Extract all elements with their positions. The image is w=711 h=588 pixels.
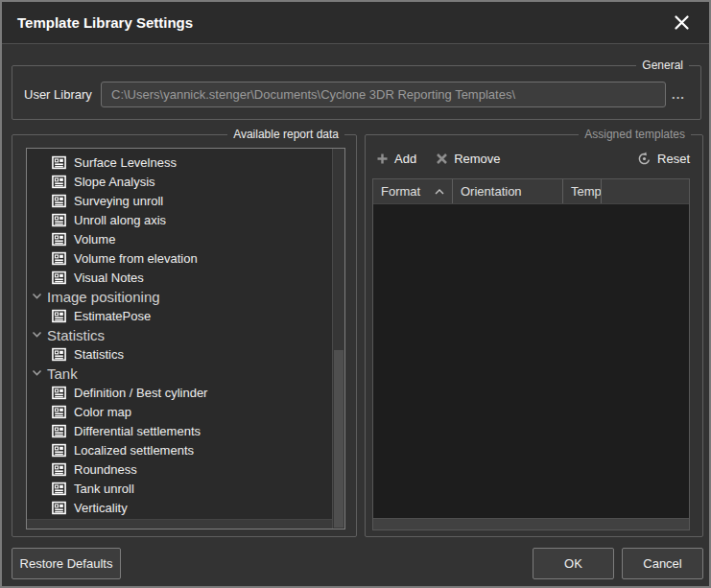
tree-label: Definition / Best cylinder — [74, 386, 207, 400]
assigned-templates-table: Format Orientation Temp — [372, 178, 690, 530]
chevron-down-icon — [32, 293, 42, 300]
report-tree: Surface LevelnessSlope AnalysisSurveying… — [27, 149, 332, 519]
plus-icon — [376, 153, 389, 165]
column-header-template[interactable]: Temp — [563, 179, 602, 203]
report-icon — [52, 424, 66, 438]
reset-button[interactable]: Reset — [637, 152, 690, 166]
assigned-templates-legend: Assigned templates — [579, 128, 691, 142]
x-icon — [436, 153, 448, 165]
tree-label: Unroll along axis — [74, 213, 166, 227]
add-button-label: Add — [394, 152, 416, 166]
tree-item[interactable]: Surface Levelness — [27, 153, 332, 172]
general-group: General User Library C:\Users\yannick.st… — [12, 65, 701, 120]
tree-item[interactable]: Volume from elevation — [27, 248, 332, 268]
templates-table-header: Format Orientation Temp — [373, 179, 689, 204]
tree-label: Roundness — [74, 462, 137, 477]
chevron-down-icon — [32, 369, 42, 377]
tree-item[interactable]: Statistics — [27, 344, 332, 364]
report-icon — [52, 386, 66, 400]
assigned-templates-group: Assigned templates Add Remove — [365, 134, 703, 537]
tree-item[interactable]: Slope Analysis — [27, 172, 332, 191]
tree-label: Differential settlements — [74, 424, 201, 438]
user-library-row: User Library C:\Users\yannick.stenger\Do… — [12, 66, 700, 119]
tree-label: Volume — [74, 232, 115, 247]
tree-label: Statistics — [74, 347, 124, 362]
tree-item[interactable]: EstimatePose — [27, 306, 332, 325]
tree-label: Tank unroll — [74, 482, 134, 496]
remove-button-label: Remove — [454, 152, 500, 166]
tree-category[interactable]: Tank — [27, 364, 332, 383]
restore-defaults-button[interactable]: Restore Defaults — [12, 548, 121, 579]
report-icon — [52, 270, 66, 285]
title-bar: Template Library Settings — [2, 2, 709, 44]
sort-ascending-icon — [435, 189, 444, 195]
tree-category[interactable]: Statistics — [27, 325, 332, 344]
tree-label: Tank — [47, 365, 78, 382]
report-icon — [52, 443, 66, 458]
column-header-filler — [602, 179, 689, 203]
tree-label: Slope Analysis — [74, 175, 155, 189]
cancel-button[interactable]: Cancel — [622, 548, 703, 579]
tree-item[interactable]: Surveying unroll — [27, 191, 332, 210]
template-library-settings-dialog: Template Library Settings General User L… — [0, 0, 711, 588]
tree-label: Statistics — [47, 327, 105, 343]
user-library-path-input[interactable]: C:\Users\yannick.stenger\Documents\Cyclo… — [101, 82, 666, 107]
tree-label: Localized settlements — [74, 443, 194, 458]
assigned-templates-toolbar: Add Remove Reset — [376, 148, 690, 169]
tree-item[interactable]: Visual Notes — [27, 268, 332, 287]
templates-table-body[interactable] — [373, 204, 689, 518]
table-horizontal-scrollbar[interactable] — [373, 518, 689, 529]
tree-label: Verticality — [74, 501, 128, 515]
report-icon — [52, 462, 66, 477]
report-icon — [52, 482, 66, 496]
report-data-listbox: Surface LevelnessSlope AnalysisSurveying… — [26, 148, 345, 529]
available-report-data-group: Available report data Surface LevelnessS… — [12, 134, 357, 537]
add-button[interactable]: Add — [376, 152, 416, 166]
tree-item[interactable]: Color map — [27, 402, 332, 421]
tree-item[interactable]: Tank unroll — [27, 479, 332, 498]
tree-scrollbar-thumb[interactable] — [334, 350, 344, 528]
remove-button[interactable]: Remove — [436, 152, 500, 166]
ok-button[interactable]: OK — [533, 548, 614, 579]
tree-item[interactable]: Verticality — [27, 498, 332, 517]
tree-item[interactable]: Unroll along axis — [27, 210, 332, 229]
tree-item[interactable]: Roundness — [27, 459, 332, 479]
tree-category[interactable]: Image positioning — [27, 287, 332, 306]
tree-item[interactable]: Localized settlements — [27, 440, 332, 459]
reset-button-label: Reset — [657, 152, 690, 166]
tree-item[interactable]: Differential settlements — [27, 421, 332, 440]
column-header-format[interactable]: Format — [373, 179, 453, 203]
dialog-title: Template Library Settings — [17, 14, 193, 31]
general-group-legend: General — [636, 59, 689, 73]
chevron-down-icon — [32, 331, 42, 339]
report-icon — [52, 309, 66, 323]
user-library-label: User Library — [24, 87, 101, 102]
tree-label: EstimatePose — [74, 309, 151, 323]
tree-label: Image positioning — [47, 289, 160, 305]
report-icon — [52, 213, 66, 227]
reset-arrow-icon — [637, 152, 652, 166]
report-icon — [52, 194, 66, 208]
report-icon — [52, 405, 66, 419]
report-icon — [52, 175, 66, 189]
tree-item[interactable]: Definition / Best cylinder — [27, 383, 332, 402]
report-icon — [52, 232, 66, 247]
report-icon — [52, 501, 66, 515]
report-icon — [52, 251, 66, 266]
report-icon — [52, 347, 66, 362]
browse-button[interactable]: ... — [666, 87, 691, 102]
tree-label: Visual Notes — [74, 270, 144, 285]
column-header-orientation[interactable]: Orientation — [453, 179, 563, 203]
tree-label: Volume from elevation — [74, 251, 198, 266]
available-report-data-legend: Available report data — [227, 128, 344, 142]
tree-vertical-scrollbar[interactable] — [332, 149, 344, 529]
tree-horizontal-scrollbar[interactable] — [27, 519, 332, 529]
tree-label: Surveying unroll — [74, 194, 163, 208]
tree-item[interactable]: Volume — [27, 229, 332, 248]
tree-label: Surface Levelness — [74, 155, 177, 170]
close-icon[interactable] — [669, 11, 694, 35]
report-icon — [52, 155, 66, 170]
tree-label: Color map — [74, 405, 131, 419]
